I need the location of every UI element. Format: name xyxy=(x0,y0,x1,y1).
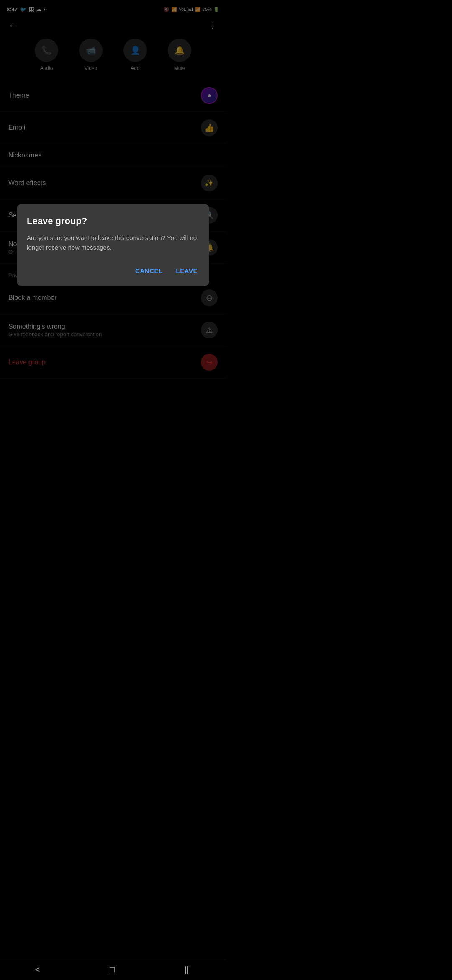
dialog-buttons: CANCEL LEAVE xyxy=(27,264,199,278)
cancel-button[interactable]: CANCEL xyxy=(134,264,164,278)
leave-group-dialog: Leave group? Are you sure you want to le… xyxy=(17,204,209,286)
leave-button[interactable]: LEAVE xyxy=(175,264,199,278)
dialog-message: Are you sure you want to leave this conv… xyxy=(27,233,199,252)
dialog-overlay: Leave group? Are you sure you want to le… xyxy=(0,0,226,490)
dialog-title: Leave group? xyxy=(27,216,199,227)
